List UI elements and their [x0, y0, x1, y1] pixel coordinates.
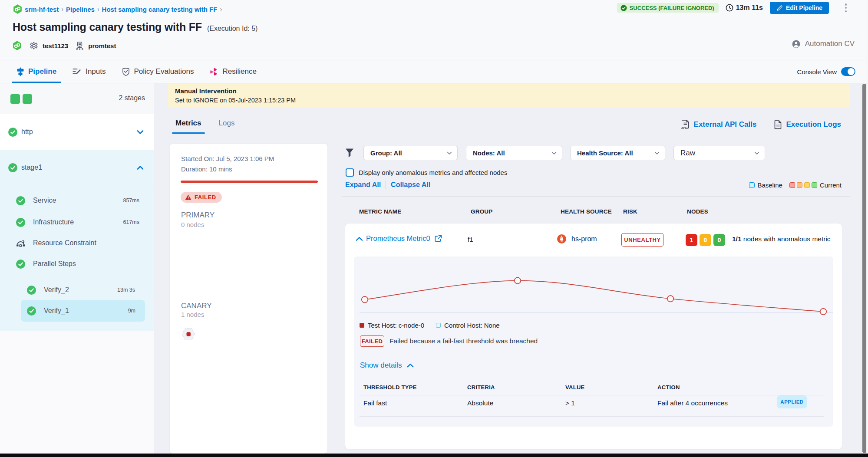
- canary-group-label: CANARY: [181, 302, 212, 310]
- node-count-green: 0: [713, 234, 725, 246]
- tab-inputs[interactable]: Inputs: [68, 60, 110, 83]
- policy-shield-icon: [122, 68, 130, 76]
- stage-status-square: [23, 94, 32, 104]
- anomalous-metrics-checkbox[interactable]: [346, 168, 354, 177]
- success-check-icon: [16, 218, 25, 227]
- node-count-yellow: 0: [700, 234, 711, 246]
- step-duration: 13m 3s: [117, 287, 135, 293]
- chart-point[interactable]: [667, 296, 673, 302]
- verification-summary-card: Started On: Jul 5, 2023 1:06 PM Duration…: [170, 144, 327, 454]
- current-swatch-orange: [797, 182, 802, 188]
- control-host-label: Control Host: None: [444, 322, 500, 329]
- chevron-down-icon: [551, 151, 557, 155]
- kebab-dot: [845, 3, 847, 6]
- breadcrumb-project[interactable]: srm-hf-test: [25, 6, 59, 13]
- metric-analysis-card: Prometheus Metric0 f1 hs-prom UNHEALTHY: [345, 224, 842, 449]
- step-label: Verify_1: [44, 307, 69, 315]
- execution-logs-link[interactable]: Execution Logs: [774, 120, 841, 129]
- external-link-icon[interactable]: [435, 235, 442, 242]
- value-cell: > 1: [565, 399, 575, 407]
- step-item-service[interactable]: Service 857ms: [0, 190, 154, 211]
- step-duration: 617ms: [123, 219, 139, 225]
- canary-node-hexagon[interactable]: [182, 328, 195, 341]
- control-host-swatch: [436, 323, 441, 328]
- health-source-filter-dropdown[interactable]: Health Source: All: [570, 146, 665, 160]
- canary-node-count: 1 nodes: [181, 311, 204, 318]
- raw-filter-dropdown[interactable]: Raw: [673, 146, 765, 160]
- filter-funnel-icon[interactable]: [345, 148, 354, 158]
- stage-status-square: [10, 94, 20, 104]
- chart-point[interactable]: [820, 309, 826, 315]
- execution-stage-sidebar: 2 stages http stage1 Service 857ms Infra…: [0, 83, 154, 454]
- user-name: Automation CV: [805, 39, 855, 48]
- metric-name-link[interactable]: Prometheus Metric0: [366, 234, 430, 243]
- step-item-verify-2[interactable]: Verify_2 13m 3s: [0, 279, 154, 300]
- gear-icon[interactable]: [30, 41, 38, 50]
- stages-summary-row: 2 stages: [0, 83, 154, 114]
- breadcrumb-separator: ›: [220, 5, 222, 13]
- step-label: Parallel Steps: [33, 260, 76, 268]
- breadcrumb-separator: ›: [97, 5, 99, 13]
- step-item-infrastructure[interactable]: Infrastructure 617ms: [0, 212, 154, 233]
- group-filter-dropdown[interactable]: Group: All: [363, 146, 458, 160]
- step-duration: 9m: [128, 308, 135, 314]
- nodes-filter-dropdown[interactable]: Nodes: All: [466, 146, 562, 160]
- chevron-up-icon[interactable]: [137, 165, 144, 170]
- check-circle-icon: [620, 5, 627, 11]
- health-source-name: promtest: [88, 42, 116, 49]
- pencil-icon: [776, 5, 783, 11]
- success-check-icon: [27, 306, 36, 316]
- chart-point[interactable]: [515, 277, 521, 283]
- verification-progress-bar: [181, 181, 318, 183]
- step-item-parallel-steps[interactable]: Parallel Steps: [0, 253, 154, 274]
- show-details-link[interactable]: Show details: [360, 361, 414, 370]
- step-item-resource-constraint[interactable]: Resource Constraint: [0, 233, 154, 253]
- metric-line-chart[interactable]: [354, 256, 833, 326]
- metric-detail-panel: Test Host: c-node-0 Control Host: None F…: [354, 256, 833, 427]
- success-check-icon: [16, 260, 25, 269]
- chevron-down-icon[interactable]: [137, 130, 144, 135]
- stages-count: 2 stages: [119, 94, 145, 102]
- chevron-up-icon[interactable]: [356, 237, 363, 241]
- console-view-toggle[interactable]: [841, 67, 855, 76]
- active-tab-underline: [12, 82, 61, 83]
- breadcrumb-pipelines[interactable]: Pipelines: [66, 6, 95, 13]
- duration: Duration: 10 mins: [181, 165, 232, 173]
- chevron-down-icon: [447, 151, 452, 155]
- current-swatch-green: [812, 182, 817, 188]
- chevron-up-icon: [407, 363, 414, 368]
- collapse-all-link[interactable]: Collapse All: [391, 181, 430, 189]
- chart-color-legend: Baseline Current: [749, 181, 842, 189]
- stage-item-http[interactable]: http: [0, 114, 154, 150]
- user-chip[interactable]: Automation CV: [792, 39, 855, 48]
- inputs-icon: [73, 68, 81, 75]
- action-cell: Fail after 4 occurrences: [657, 399, 728, 407]
- tab-policy-evaluations[interactable]: Policy Evaluations: [117, 60, 199, 83]
- divider: [11, 185, 154, 185]
- more-options-menu[interactable]: [842, 3, 849, 12]
- baseline-swatch: [749, 182, 755, 188]
- tab-pipeline[interactable]: Pipeline: [12, 60, 61, 83]
- breadcrumb-separator: ›: [61, 5, 63, 13]
- active-subtab-underline: [172, 132, 205, 134]
- current-label: Current: [820, 181, 842, 189]
- chart-point[interactable]: [362, 296, 368, 302]
- tab-metrics[interactable]: Metrics: [172, 118, 205, 134]
- vertical-scrollbar[interactable]: [862, 84, 866, 453]
- external-api-calls-link[interactable]: API External API Calls: [681, 120, 757, 129]
- tab-logs[interactable]: Logs: [215, 118, 238, 134]
- metric-row[interactable]: Prometheus Metric0 f1 hs-prom UNHEALTHY: [345, 224, 842, 256]
- breadcrumb-pipeline-name[interactable]: Host sampling canary testing with FF: [102, 6, 218, 13]
- harness-project-icon: [13, 4, 22, 14]
- applied-badge: APPLIED: [777, 395, 807, 408]
- prometheus-icon: [557, 234, 566, 243]
- chevron-down-icon: [654, 151, 660, 155]
- primary-node-count: 0 nodes: [181, 221, 204, 228]
- step-item-verify-1[interactable]: Verify_1 9m: [21, 300, 145, 322]
- tab-resilience[interactable]: Resilience: [205, 60, 261, 83]
- stage-item-stage1[interactable]: stage1: [0, 150, 154, 185]
- expand-all-link[interactable]: Expand All: [345, 181, 381, 189]
- edit-pipeline-button[interactable]: Edit Pipeline: [770, 2, 829, 14]
- svg-text:API: API: [681, 126, 686, 129]
- started-on: Started On: Jul 5, 2023 1:06 PM: [181, 155, 274, 162]
